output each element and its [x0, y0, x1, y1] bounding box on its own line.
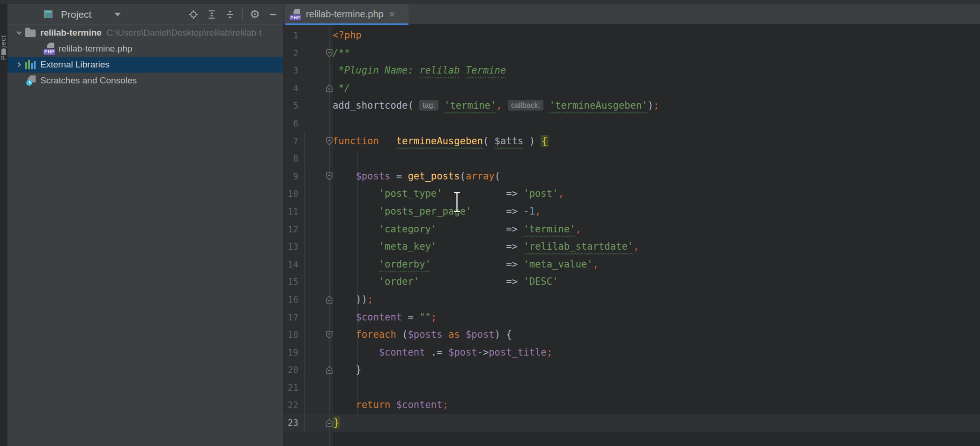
collapse-all-icon[interactable]: [224, 8, 236, 21]
code-text: 'orderby' => 'meta_value',: [333, 256, 980, 274]
scratches-icon: [25, 75, 37, 86]
editor-tab[interactable]: PHP relilab-termine.php ×: [285, 4, 408, 25]
fold-marker-start[interactable]: [301, 168, 333, 186]
project-panel-title[interactable]: Project: [61, 4, 91, 25]
fold-spacer: [301, 97, 333, 115]
code-line[interactable]: 5add_shortcode( tag: 'termine', callback…: [283, 97, 980, 115]
folder-icon: [25, 30, 36, 37]
fold-marker-start[interactable]: [301, 45, 333, 62]
code-line[interactable]: 21: [283, 379, 980, 397]
code-line[interactable]: 16 ));: [283, 291, 980, 309]
code-line[interactable]: 11 'posts_per_page' => -1,: [283, 203, 980, 221]
expand-all-icon[interactable]: [206, 8, 218, 21]
code-line[interactable]: 15 'order' => 'DESC': [283, 273, 980, 291]
code-line[interactable]: 20 }: [283, 361, 980, 379]
line-number: 2: [283, 45, 301, 62]
line-number: 4: [283, 80, 301, 97]
project-panel: Project ⚙ relilab-termineC:\Users\Daniel…: [7, 4, 283, 446]
code-text: return $content;: [333, 396, 980, 414]
libraries-icon: [25, 60, 36, 69]
tree-item-label: Scratches and Consoles: [40, 75, 137, 86]
php-file-icon: PHP: [44, 43, 55, 55]
parameter-hint: callback:: [508, 100, 543, 111]
code-text: function termineAusgeben( $atts ) {: [333, 133, 980, 150]
line-number: 5: [283, 97, 301, 115]
code-editor[interactable]: 1<?php2/**3 *Plugin Name: relilab Termin…: [283, 25, 980, 446]
tool-strip-icon[interactable]: [1, 49, 6, 55]
fold-marker-end[interactable]: [301, 291, 333, 309]
fold-spacer: [301, 27, 333, 45]
code-line[interactable]: 12 'category' => 'termine',: [283, 221, 980, 238]
code-line[interactable]: 13 'meta_key' => 'relilab_startdate',: [283, 238, 980, 256]
toolbar-separator: [242, 9, 243, 20]
code-text: [333, 379, 980, 397]
code-line[interactable]: 10 'post_type' => 'post',: [283, 185, 980, 203]
tree-item-relilab-termine[interactable]: relilab-termineC:\Users\Daniel\Desktop\r…: [7, 25, 283, 41]
settings-icon[interactable]: ⚙: [249, 8, 261, 21]
fold-spacer: [301, 203, 333, 221]
code-line[interactable]: 1<?php: [283, 27, 980, 45]
code-text: foreach ($posts as $post) {: [333, 326, 980, 344]
code-text: ));: [333, 291, 980, 309]
code-line[interactable]: 4 */: [283, 80, 980, 97]
line-number: 19: [283, 344, 301, 362]
code-text: *Plugin Name: relilab Termine: [333, 62, 980, 80]
code-line[interactable]: 6: [283, 115, 980, 133]
ide-window: { "palette":{ "keyword":"#CC7832","strin…: [0, 0, 980, 446]
fold-marker-start[interactable]: [301, 133, 333, 150]
line-number: 8: [283, 150, 301, 168]
line-number: 1: [283, 27, 301, 45]
line-number: 16: [283, 291, 301, 309]
code-line[interactable]: 22 return $content;: [283, 396, 980, 414]
tab-close-icon[interactable]: ×: [389, 10, 395, 19]
line-number: 10: [283, 185, 301, 203]
hide-icon[interactable]: [267, 8, 279, 21]
fold-marker-start[interactable]: [301, 326, 333, 344]
code-text: 'order' => 'DESC': [333, 273, 980, 291]
code-text: $content = "";: [333, 309, 980, 327]
chevron-down-icon[interactable]: [13, 29, 25, 37]
line-number: 13: [283, 238, 301, 256]
fold-marker-end[interactable]: [301, 80, 333, 97]
tree-item-relilab-termine-php[interactable]: PHPrelilab-termine.php: [7, 41, 283, 57]
chevron-down-icon[interactable]: [114, 13, 121, 16]
tree-item-label: relilab-termine: [40, 28, 102, 38]
code-text: [333, 115, 980, 133]
code-text: $content .= $post->post_title;: [333, 344, 980, 362]
line-number: 12: [283, 221, 301, 238]
fold-spacer: [301, 379, 333, 397]
code-text: 'category' => 'termine',: [333, 221, 980, 238]
fold-spacer: [301, 273, 333, 291]
code-line[interactable]: 18 foreach ($posts as $post) {: [283, 326, 980, 344]
project-view-icon: [44, 10, 52, 18]
code-line[interactable]: 19 $content .= $post->post_title;: [283, 344, 980, 362]
code-text: */: [333, 80, 980, 97]
line-number: 7: [283, 133, 301, 150]
code-text: }: [333, 414, 980, 432]
code-line[interactable]: 8: [283, 150, 980, 168]
fold-spacer: [301, 238, 333, 256]
fold-spacer: [301, 62, 333, 80]
code-line[interactable]: 3 *Plugin Name: relilab Termine: [283, 62, 980, 80]
fold-marker-end[interactable]: [301, 414, 333, 432]
tab-title[interactable]: relilab-termine.php: [306, 9, 384, 20]
code-line[interactable]: 2/**: [283, 45, 980, 62]
code-line[interactable]: 17 $content = "";: [283, 309, 980, 327]
fold-spacer: [301, 221, 333, 238]
tree-item-scratches-and-consoles[interactable]: Scratches and Consoles: [7, 73, 283, 89]
tree-item-external-libraries[interactable]: External Libraries: [7, 57, 283, 73]
line-number: 21: [283, 379, 301, 397]
code-line[interactable]: 23}: [283, 414, 980, 432]
code-text: /**: [333, 45, 980, 62]
line-number: 20: [283, 361, 301, 379]
code-line[interactable]: 7function termineAusgeben( $atts ) {: [283, 133, 980, 150]
line-number: 17: [283, 309, 301, 327]
code-text: 'posts_per_page' => -1,: [333, 203, 980, 221]
code-line[interactable]: 9 $posts = get_posts(array(: [283, 168, 980, 186]
locate-icon[interactable]: [187, 8, 200, 21]
fold-marker-end[interactable]: [301, 361, 333, 379]
code-line[interactable]: 14 'orderby' => 'meta_value',: [283, 256, 980, 274]
code-text: <?php: [333, 27, 980, 45]
chevron-right-icon[interactable]: [13, 61, 25, 68]
line-number: 14: [283, 256, 301, 274]
